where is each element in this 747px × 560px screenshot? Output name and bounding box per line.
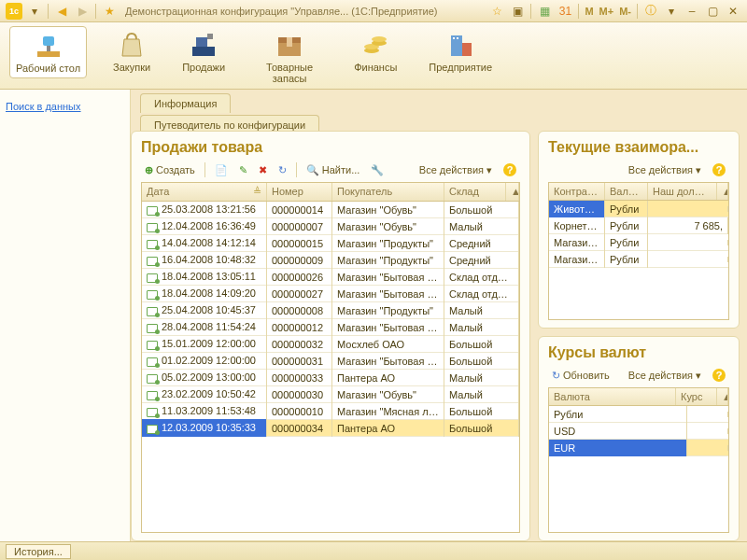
maximize-icon[interactable]: ▢ bbox=[704, 3, 721, 20]
create-button[interactable]: ⊕Создать bbox=[141, 162, 199, 178]
minimize-icon[interactable]: – bbox=[684, 3, 700, 20]
col-number[interactable]: Номер bbox=[267, 183, 332, 201]
table-row[interactable]: 01.02.2009 12:00:00000000031Магазин "Быт… bbox=[142, 353, 519, 370]
find-button[interactable]: 🔍Найти... bbox=[303, 162, 364, 178]
section-desktop[interactable]: Рабочий стол bbox=[9, 26, 87, 78]
calendar-icon[interactable]: 31 bbox=[557, 3, 573, 20]
info-dd-icon[interactable]: ▾ bbox=[663, 3, 680, 20]
table-row[interactable]: 15.01.2009 12:00:00000000032Мосхлеб ОАОБ… bbox=[142, 336, 519, 353]
table-row[interactable]: 25.04.2008 10:45:37000000008Магазин "Про… bbox=[142, 302, 519, 319]
table-row[interactable]: Магази…Рубли bbox=[549, 234, 728, 251]
table-row[interactable]: 05.02.2009 13:00:00000000033Пантера АОМа… bbox=[142, 370, 519, 386]
svg-rect-8 bbox=[287, 37, 292, 47]
refresh-button[interactable]: ↻ bbox=[275, 162, 290, 178]
dropdown-icon[interactable]: ▾ bbox=[26, 3, 43, 20]
help-icon: ? bbox=[503, 163, 516, 176]
mem-mminus[interactable]: M- bbox=[616, 6, 634, 17]
history-button[interactable]: История... bbox=[6, 544, 71, 559]
svg-rect-14 bbox=[462, 43, 472, 56]
filter-button[interactable]: 🔧 bbox=[367, 162, 388, 178]
sales-grid[interactable]: Дата ≜ Номер Покупатель Склад ▲ 25.03.20… bbox=[141, 182, 520, 533]
table-row[interactable]: Магази…Рубли bbox=[549, 251, 728, 268]
section-stock[interactable]: Товарные запасы bbox=[251, 26, 328, 88]
delete-button[interactable]: ✖ bbox=[255, 162, 271, 178]
svg-rect-5 bbox=[207, 34, 213, 39]
section-label: Предприятие bbox=[429, 62, 492, 73]
copy-icon: 📄 bbox=[215, 164, 228, 176]
refresh-icon: ↻ bbox=[278, 164, 287, 176]
table-row[interactable]: 14.04.2008 14:12:14000000015Магазин "Про… bbox=[142, 235, 519, 252]
sales-panel: Продажи товара ⊕Создать 📄 ✎ ✖ ↻ 🔍Найти..… bbox=[131, 131, 530, 541]
debts-grid[interactable]: Контраг… Вал… Наш дол… ▲ Животн…РублиКор… bbox=[548, 182, 729, 320]
svg-rect-16 bbox=[457, 37, 458, 39]
sales-title: Продажи товара bbox=[141, 139, 520, 156]
table-row[interactable]: EUR bbox=[549, 440, 728, 456]
document-icon bbox=[147, 307, 158, 316]
debts-panel: Текущие взаимора... Все действия ▾ ? Кон… bbox=[538, 131, 740, 329]
bag-icon bbox=[117, 30, 147, 60]
debts-actions[interactable]: Все действия ▾ bbox=[625, 162, 705, 178]
section-label: Финансы bbox=[354, 62, 397, 73]
help-button[interactable]: ? bbox=[500, 161, 520, 178]
tab-info[interactable]: Информация bbox=[140, 93, 231, 113]
calculator-icon[interactable]: ▦ bbox=[536, 3, 553, 20]
nav-back-icon[interactable]: ◀ bbox=[53, 3, 70, 20]
favorite-star-icon[interactable]: ★ bbox=[101, 3, 118, 20]
all-actions-button[interactable]: Все действия ▾ bbox=[416, 162, 496, 178]
add-favorite-icon[interactable]: ☆ bbox=[488, 3, 505, 20]
info-icon[interactable]: ⓘ bbox=[642, 3, 659, 20]
col-currency[interactable]: Валюта bbox=[549, 388, 676, 405]
table-row[interactable]: 12.04.2008 16:36:49000000007Магазин "Обу… bbox=[142, 218, 519, 235]
bookmark-icon[interactable]: ▣ bbox=[509, 3, 526, 20]
mem-mplus[interactable]: M+ bbox=[597, 6, 617, 17]
rates-actions[interactable]: Все действия ▾ bbox=[625, 368, 705, 384]
col-buyer[interactable]: Покупатель bbox=[332, 183, 444, 201]
table-row[interactable]: 28.04.2008 11:54:24000000012Магазин "Быт… bbox=[142, 319, 519, 336]
copy-button[interactable]: 📄 bbox=[211, 162, 232, 178]
sales-toolbar: ⊕Создать 📄 ✎ ✖ ↻ 🔍Найти... 🔧 Все действи… bbox=[141, 161, 520, 178]
table-row[interactable]: Корнет …Рубли7 685, bbox=[549, 217, 728, 234]
table-row[interactable]: 12.03.2009 10:35:33000000034Пантера АОБо… bbox=[142, 420, 519, 437]
col-date[interactable]: Дата ≜ bbox=[142, 183, 267, 201]
table-row[interactable]: 18.04.2008 14:09:20000000027Магазин "Быт… bbox=[142, 286, 519, 302]
table-row[interactable]: 16.04.2008 10:48:32000000009Магазин "Про… bbox=[142, 252, 519, 269]
edit-button[interactable]: ✎ bbox=[235, 162, 251, 178]
document-icon bbox=[147, 290, 158, 300]
col-rate[interactable]: Курс bbox=[676, 388, 717, 405]
table-row[interactable]: 11.03.2009 11:53:48000000010Магазин "Мяс… bbox=[142, 403, 519, 420]
col-currency[interactable]: Вал… bbox=[605, 183, 648, 200]
col-store[interactable]: Склад bbox=[444, 183, 506, 201]
help-button[interactable]: ? bbox=[709, 161, 729, 178]
col-ourdebt[interactable]: Наш дол… bbox=[648, 183, 717, 200]
col-counterparty[interactable]: Контраг… bbox=[549, 183, 605, 200]
desktop-icon bbox=[34, 31, 63, 61]
section-purchases[interactable]: Закупки bbox=[107, 26, 156, 77]
section-label: Рабочий стол bbox=[16, 63, 80, 74]
svg-point-12 bbox=[372, 36, 387, 42]
section-sales[interactable]: Продажи bbox=[176, 26, 231, 77]
table-row[interactable]: Животн…Рубли bbox=[549, 201, 728, 217]
document-icon bbox=[147, 408, 158, 417]
rates-grid[interactable]: Валюта Курс ▲ РублиUSDEUR bbox=[548, 387, 729, 533]
statusbar: История... bbox=[0, 541, 747, 560]
table-row[interactable]: 18.04.2008 13:05:11000000026Магазин "Быт… bbox=[142, 269, 519, 286]
table-row[interactable]: USD bbox=[549, 423, 728, 440]
search-data-link[interactable]: Поиск в данных bbox=[6, 101, 124, 112]
refresh-rates[interactable]: ↻Обновить bbox=[548, 368, 613, 384]
table-row[interactable]: 23.02.2009 10:50:42000000030Магазин "Обу… bbox=[142, 386, 519, 403]
refresh-icon: ↻ bbox=[552, 370, 560, 382]
section-finance[interactable]: Финансы bbox=[348, 26, 402, 77]
close-icon[interactable]: ✕ bbox=[725, 3, 741, 20]
section-panel: Рабочий стол Закупки Продажи Товарные за… bbox=[0, 22, 747, 90]
section-enterprise[interactable]: Предприятие bbox=[423, 26, 498, 77]
table-row[interactable]: Рубли bbox=[549, 406, 728, 423]
table-row[interactable]: 25.03.2008 13:21:56000000014Магазин "Обу… bbox=[142, 202, 519, 218]
section-label: Продажи bbox=[182, 62, 225, 73]
document-icon bbox=[147, 357, 158, 367]
document-icon bbox=[147, 257, 158, 266]
app-logo-icon[interactable]: 1c bbox=[6, 3, 22, 20]
help-button[interactable]: ? bbox=[709, 367, 729, 384]
mem-m[interactable]: M bbox=[582, 6, 596, 17]
nav-fwd-icon[interactable]: ▶ bbox=[74, 3, 91, 20]
svg-rect-4 bbox=[196, 37, 207, 47]
